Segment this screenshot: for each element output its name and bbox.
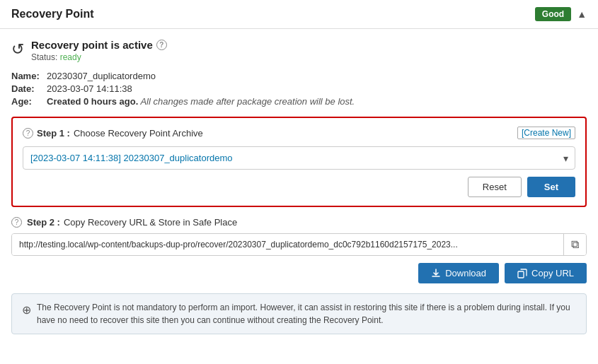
step2-header: ? Step 2 : Copy Recovery URL & Store in … — [11, 217, 587, 228]
recovery-status-text: Recovery point is active ? Status: ready — [31, 39, 167, 62]
status-ready-text: ready — [60, 52, 81, 62]
info-box: ⊕ The Recovery Point is not mandatory to… — [11, 293, 587, 334]
step2-help-icon[interactable]: ? — [11, 217, 22, 228]
page-header: Recovery Point Good ▲ — [0, 0, 598, 29]
meta-date-value: 2023-03-07 14:11:38 — [47, 83, 132, 94]
meta-date-row: Date: 2023-03-07 14:11:38 — [11, 83, 587, 94]
collapse-chevron[interactable]: ▲ — [577, 8, 587, 20]
step1-desc: Choose Recovery Point Archive — [74, 128, 203, 139]
meta-age-value: Created 0 hours ago. All changes made af… — [47, 96, 355, 107]
url-copy-icon[interactable]: ⧉ — [563, 234, 586, 255]
reset-button[interactable]: Reset — [468, 177, 522, 197]
download-icon — [431, 269, 441, 278]
step1-buttons: Reset Set — [23, 177, 575, 197]
archive-select[interactable]: [2023-03-07 14:11:38] 20230307_duplicato… — [23, 146, 575, 170]
meta-age-row: Age: Created 0 hours ago. All changes ma… — [11, 96, 587, 107]
meta-name-value: 20230307_duplicatordemo — [47, 71, 156, 81]
meta-table: Name: 20230307_duplicatordemo Date: 2023… — [11, 71, 587, 107]
archive-select-wrapper: [2023-03-07 14:11:38] 20230307_duplicato… — [23, 146, 575, 170]
recovery-status-heading: Recovery point is active ? — [31, 39, 167, 51]
set-button[interactable]: Set — [527, 177, 575, 197]
info-icon: ⊕ — [22, 302, 31, 319]
step2-num: Step 2 : — [27, 217, 60, 228]
meta-name-label: Name: — [11, 71, 42, 81]
status-badge: Good — [535, 7, 571, 21]
meta-name-row: Name: 20230307_duplicatordemo — [11, 71, 587, 81]
svg-rect-0 — [518, 271, 524, 278]
meta-age-italic: All changes made after package creation … — [138, 96, 355, 107]
copy-url-button[interactable]: Copy URL — [505, 263, 587, 283]
meta-age-label: Age: — [11, 96, 42, 107]
meta-date-label: Date: — [11, 83, 42, 94]
recovery-status-help-icon[interactable]: ? — [156, 40, 167, 50]
step1-box: ? Step 1 : Choose Recovery Point Archive… — [11, 117, 587, 207]
step1-header: ? Step 1 : Choose Recovery Point Archive… — [23, 127, 575, 139]
recovery-url-display: http://testing.local/wp-content/backups-… — [12, 234, 563, 255]
step2-buttons: Download Copy URL — [11, 263, 587, 283]
content-area: ↺ Recovery point is active ? Status: rea… — [0, 29, 598, 344]
header-right: Good ▲ — [535, 7, 587, 21]
step1-label: ? Step 1 : Choose Recovery Point Archive — [23, 128, 203, 139]
meta-age-bold: Created 0 hours ago. — [47, 96, 138, 107]
step1-num: Step 1 : — [37, 128, 70, 139]
step1-help-icon[interactable]: ? — [23, 128, 33, 139]
page-title: Recovery Point — [11, 8, 93, 20]
download-button[interactable]: Download — [418, 263, 499, 283]
step2-section: ? Step 2 : Copy Recovery URL & Store in … — [11, 217, 587, 283]
create-new-link[interactable]: [Create New] — [517, 127, 575, 139]
info-box-text: The Recovery Point is not mandatory to p… — [37, 301, 576, 327]
step2-desc: Copy Recovery URL & Store in Safe Place — [64, 217, 237, 228]
status-line: Status: ready — [31, 52, 167, 62]
copy-url-icon — [517, 269, 527, 278]
refresh-icon: ↺ — [11, 40, 24, 59]
recovery-status-row: ↺ Recovery point is active ? Status: rea… — [11, 39, 587, 62]
url-copy-row: http://testing.local/wp-content/backups-… — [11, 233, 587, 256]
